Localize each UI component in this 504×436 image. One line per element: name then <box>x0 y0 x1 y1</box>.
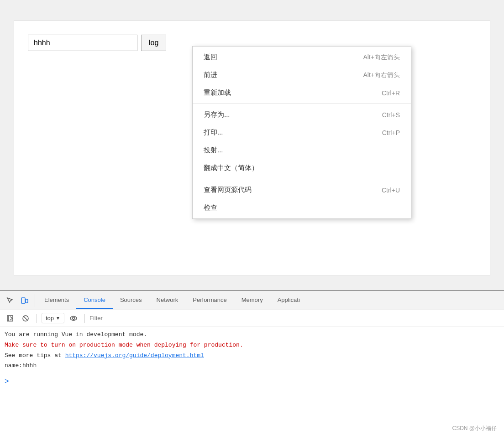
console-line-3: See more tips at https://vuejs.org/guide… <box>5 351 499 361</box>
devtools-toolbar: Elements Console Sources Network Perform… <box>0 291 504 310</box>
menu-item-viewsource-shortcut: Ctrl+U <box>382 187 400 194</box>
svg-line-5 <box>24 316 28 320</box>
menu-item-forward[interactable]: 前进 Alt+向右箭头 <box>193 66 411 84</box>
tab-sources[interactable]: Sources <box>113 292 149 309</box>
console-prompt: > <box>0 375 504 387</box>
console-line-1: You are running Vue in development mode. <box>5 330 499 340</box>
tab-console[interactable]: Console <box>76 292 113 309</box>
name-input[interactable] <box>28 35 137 51</box>
console-line-3-prefix: See more tips at <box>5 352 65 359</box>
menu-item-cast-label: 投射... <box>204 146 223 155</box>
console-output: You are running Vue in development mode.… <box>0 327 504 375</box>
menu-item-forward-shortcut: Alt+向右箭头 <box>363 71 400 79</box>
inspect-element-button[interactable] <box>4 294 16 307</box>
menu-item-reload-label: 重新加载 <box>204 88 231 97</box>
tab-network[interactable]: Network <box>149 292 186 309</box>
console-bar-separator-2 <box>84 314 85 323</box>
page-content: log 返回 Alt+向左箭头 前进 Alt+向右箭头 重新加载 Ctrl+R … <box>14 21 490 276</box>
console-line-2: Make sure to turn on production mode whe… <box>5 341 499 350</box>
watermark: CSDN @小小福仔 <box>452 425 497 432</box>
clear-console-button[interactable] <box>4 312 16 325</box>
browser-top-bar <box>0 0 504 21</box>
svg-rect-0 <box>21 298 25 303</box>
top-chevron-icon: ▼ <box>56 316 60 321</box>
devtools-panel: Elements Console Sources Network Perform… <box>0 290 504 436</box>
menu-item-reload[interactable]: 重新加载 Ctrl+R <box>193 84 411 102</box>
devtools-console-bar: top ▼ <box>0 310 504 327</box>
tab-elements[interactable]: Elements <box>37 292 76 309</box>
menu-item-back[interactable]: 返回 Alt+向左箭头 <box>193 48 411 66</box>
menu-item-forward-label: 前进 <box>204 71 217 79</box>
filter-input[interactable] <box>89 315 181 322</box>
menu-item-translate[interactable]: 翻成中文（简体） <box>193 159 411 177</box>
menu-item-saveas[interactable]: 另存为... Ctrl+S <box>193 106 411 124</box>
context-menu-group-1: 返回 Alt+向左箭头 前进 Alt+向右箭头 重新加载 Ctrl+R <box>193 47 411 104</box>
menu-item-print-label: 打印... <box>204 128 223 137</box>
menu-item-reload-shortcut: Ctrl+R <box>382 89 400 97</box>
block-icon-button[interactable] <box>19 312 32 325</box>
menu-item-viewsource[interactable]: 查看网页源代码 Ctrl+U <box>193 181 411 199</box>
context-menu: 返回 Alt+向左箭头 前进 Alt+向右箭头 重新加载 Ctrl+R 另存为.… <box>192 46 411 219</box>
svg-point-7 <box>72 317 74 319</box>
menu-item-viewsource-label: 查看网页源代码 <box>204 186 252 194</box>
console-line-1-text: You are running Vue in development mode. <box>5 331 147 338</box>
menu-item-back-label: 返回 <box>204 53 217 62</box>
menu-item-inspect-label: 检查 <box>204 203 217 212</box>
console-line-4: name:hhhh <box>5 361 499 371</box>
menu-item-print[interactable]: 打印... Ctrl+P <box>193 124 411 141</box>
context-menu-group-2: 另存为... Ctrl+S 打印... Ctrl+P 投射... 翻成中文（简体… <box>193 104 411 179</box>
console-line-3-link[interactable]: https://vuejs.org/guide/deployment.html <box>65 352 204 359</box>
menu-item-cast[interactable]: 投射... <box>193 141 411 159</box>
menu-item-print-shortcut: Ctrl+P <box>382 129 400 136</box>
console-line-2-text: Make sure to turn on production mode whe… <box>5 342 243 348</box>
menu-item-back-shortcut: Alt+向左箭头 <box>363 53 400 62</box>
top-label: top <box>46 315 54 322</box>
console-line-4-text: name:hhhh <box>5 362 37 369</box>
tab-performance[interactable]: Performance <box>185 292 234 309</box>
device-toolbar-button[interactable] <box>18 294 31 307</box>
log-button[interactable]: log <box>141 35 166 51</box>
devtools-left-icons <box>4 294 35 307</box>
menu-item-inspect[interactable]: 检查 <box>193 199 411 217</box>
svg-rect-1 <box>26 299 28 303</box>
tab-application[interactable]: Applicati <box>270 292 307 309</box>
prompt-icon: > <box>5 377 9 385</box>
context-menu-group-3: 查看网页源代码 Ctrl+U 检查 <box>193 179 411 218</box>
menu-item-translate-label: 翻成中文（简体） <box>204 164 258 172</box>
console-bar-separator <box>37 314 37 323</box>
top-context-button[interactable]: top ▼ <box>42 313 64 323</box>
eye-icon-button[interactable] <box>67 312 80 325</box>
tab-memory[interactable]: Memory <box>234 292 270 309</box>
menu-item-saveas-label: 另存为... <box>204 110 230 119</box>
menu-item-saveas-shortcut: Ctrl+S <box>382 111 400 119</box>
